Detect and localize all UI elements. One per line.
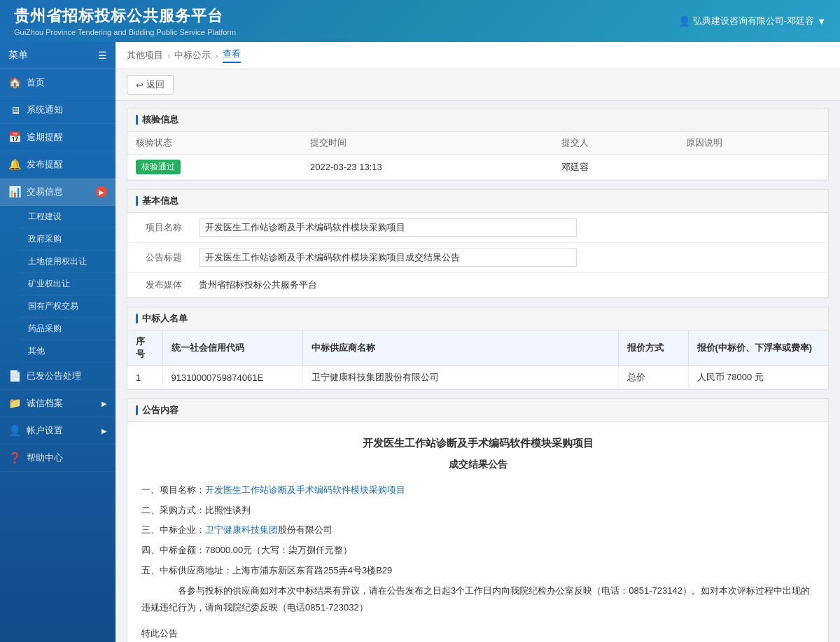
transaction-arrow: ▶: [96, 186, 107, 197]
announce-item-2-value: 比照性谈判: [205, 505, 251, 515]
winner-supplier: 卫宁健康科技集团股份有限公司: [302, 366, 618, 389]
breadcrumb-item-3[interactable]: 查看: [223, 48, 241, 63]
announce-section-body: 开发医生工作站诊断及手术编码软件模块采购项目 成交结果公告 一、项目名称：开发医…: [127, 422, 828, 642]
verify-col-time: 提交时间: [302, 132, 552, 155]
sidebar-item-state-property[interactable]: 国有产权交易: [20, 295, 115, 318]
header-user[interactable]: 👤 弘典建设咨询有限公司-邓廷容 ▼: [678, 15, 826, 27]
announce-item-4: 四、中标金额：78000.00元（大写：柒万捌仟元整）: [141, 542, 814, 559]
calendar-icon: 📅: [8, 131, 21, 144]
basic-section-body: 项目名称 开发医生工作站诊断及手术编码软件模块采购项目 公告标题 开发医生工作站…: [127, 213, 828, 298]
back-button[interactable]: ↩ 返回: [127, 75, 174, 95]
basic-label-title: 公告标题: [127, 243, 190, 273]
header-title-zh: 贵州省招标投标公共服务平台: [14, 6, 236, 27]
announce-section: 公告内容 开发医生工作站诊断及手术编码软件模块采购项目 成交结果公告 一、项目名…: [127, 398, 829, 642]
scroll-area[interactable]: 核验信息 核验状态 提交时间 提交人 原因说明: [115, 101, 840, 642]
breadcrumb-sep-2: ›: [215, 50, 218, 61]
sidebar-item-other[interactable]: 其他: [20, 340, 115, 363]
body-wrap: 菜单 ☰ 🏠 首页 🖥 系统通知 📅 逾期提醒 🔔 发布提醒 📊 交易信息 ▶: [0, 42, 840, 642]
sidebar-item-help-label: 帮助中心: [27, 452, 63, 464]
announce-item-3-value1: 卫宁健康科技集团: [205, 524, 278, 535]
announce-section-header: 公告内容: [127, 399, 828, 422]
winner-table: 序号 统一社会信用代码 中标供应商名称 报价方式 报价(中标价、下浮率或费率) …: [127, 330, 828, 389]
winner-section-header: 中标人名单: [127, 307, 828, 330]
basic-section: 基本信息 项目名称 开发医生工作站诊断及手术编码软件模块采购项目: [127, 189, 829, 298]
winner-credit-code: 91310000759874061E: [162, 366, 302, 389]
sidebar-sub-transaction: 工程建设 政府采购 土地使用权出让 矿业权出让 国有产权交易 药品采购 其他: [0, 206, 115, 363]
sidebar-item-engineering[interactable]: 工程建设: [20, 206, 115, 228]
sidebar-item-other-label: 其他: [28, 345, 45, 357]
verify-col-person: 提交人: [553, 132, 678, 155]
verify-time-cell: 2022-03-23 13:13: [302, 155, 552, 180]
sidebar-item-land-use[interactable]: 土地使用权出让: [20, 251, 115, 273]
home-icon: 🏠: [8, 76, 21, 89]
sidebar-item-help[interactable]: ❓ 帮助中心: [0, 445, 115, 472]
winner-section-title: 中标人名单: [142, 312, 188, 325]
sidebar-item-state-property-label: 国有产权交易: [28, 300, 78, 312]
doc-icon: 📄: [8, 370, 21, 382]
sidebar-item-account-label: 帐户设置: [27, 424, 63, 437]
verify-person-cell: 邓廷容: [553, 155, 678, 180]
announce-content-subtitle: 成交结果公告: [141, 455, 814, 474]
basic-row-title: 公告标题 开发医生工作站诊断及手术编码软件模块采购项目成交结果公告: [127, 243, 828, 273]
winner-section: 中标人名单 序号 统一社会信用代码 中标供应商名称 报价方式 报价(中标价、下浮…: [127, 307, 829, 390]
verify-section-title: 核验信息: [142, 113, 178, 126]
announce-note1: 各参与投标的供应商如对本次中标结果有异议，请在公告发布之日起3个工作日内向我院纪…: [141, 582, 814, 617]
announce-item-4-value: 78000.00元（大写：柒万捌仟元整）: [205, 545, 352, 555]
basic-row-project: 项目名称 开发医生工作站诊断及手术编码软件模块采购项目: [127, 213, 828, 243]
announce-item-3-value2: 股份有限公司: [278, 524, 332, 535]
winner-price-type: 总价: [618, 366, 688, 389]
sidebar-menu-icon[interactable]: ☰: [98, 50, 107, 61]
sidebar-item-drug-purchase[interactable]: 药品采购: [20, 318, 115, 340]
announce-item-1-value: 开发医生工作站诊断及手术编码软件模块采购项目: [205, 484, 405, 495]
sidebar-item-published[interactable]: 📄 已发公告处理: [0, 363, 115, 390]
verify-col-status: 核验状态: [127, 132, 302, 155]
announce-item-5: 五、中标供应商地址：上海市浦东新区东育路255弄4号3楼B29: [141, 562, 814, 580]
basic-value-title: 开发医生工作站诊断及手术编码软件模块采购项目成交结果公告: [190, 243, 828, 273]
sidebar: 菜单 ☰ 🏠 首页 🖥 系统通知 📅 逾期提醒 🔔 发布提醒 📊 交易信息 ▶: [0, 42, 115, 642]
sidebar-item-published-label: 已发公告处理: [27, 370, 81, 382]
header-user-name: 弘典建设咨询有限公司-邓廷容: [693, 15, 814, 27]
sidebar-item-account[interactable]: 👤 帐户设置 ▶: [0, 417, 115, 445]
sidebar-item-gov-purchase[interactable]: 政府采购: [20, 228, 115, 251]
announce-section-title: 公告内容: [142, 404, 178, 417]
sidebar-item-deadline[interactable]: 📅 逾期提醒: [0, 124, 115, 151]
sidebar-item-land-use-label: 土地使用权出让: [28, 256, 87, 267]
winner-price: 人民币 78000 元: [688, 366, 828, 389]
user-icon: 👤: [678, 15, 690, 27]
sidebar-item-transaction-label: 交易信息: [27, 186, 63, 198]
winner-col-code: 统一社会信用代码: [162, 330, 302, 366]
winner-row: 1 91310000759874061E 卫宁健康科技集团股份有限公司 总价 人…: [127, 366, 828, 389]
announce-special: 特此公告: [141, 625, 814, 642]
sidebar-item-mineral-label: 矿业权出让: [28, 278, 70, 290]
sidebar-item-notify[interactable]: 🖥 系统通知: [0, 97, 115, 124]
header: 贵州省招标投标公共服务平台 GuiZhou Province Tendering…: [0, 0, 840, 42]
basic-info-table: 项目名称 开发医生工作站诊断及手术编码软件模块采购项目 公告标题 开发医生工作站…: [127, 213, 828, 298]
bell-icon: 🔔: [8, 158, 21, 171]
breadcrumb-item-1[interactable]: 其他项目: [127, 49, 163, 62]
announce-content-title: 开发医生工作站诊断及手术编码软件模块采购项目: [141, 433, 814, 454]
back-icon: ↩: [136, 80, 144, 90]
sidebar-item-mineral[interactable]: 矿业权出让: [20, 273, 115, 295]
verify-table: 核验状态 提交时间 提交人 原因说明 核验通过 2022: [127, 132, 828, 180]
sidebar-item-credit-label: 诚信档案: [27, 397, 63, 410]
sidebar-item-home[interactable]: 🏠 首页: [0, 69, 115, 97]
toolbar: ↩ 返回: [115, 69, 840, 101]
basic-section-title: 基本信息: [142, 195, 178, 207]
sidebar-item-transaction[interactable]: 📊 交易信息 ▶: [0, 179, 115, 206]
transaction-badge: ▶: [96, 186, 107, 197]
sidebar-item-engineering-label: 工程建设: [28, 211, 62, 223]
credit-arrow: ▶: [102, 400, 107, 407]
announce-item-5-value: 上海市浦东新区东育路255弄4号3楼B29: [232, 565, 392, 575]
basic-label-media: 发布媒体: [127, 273, 190, 298]
announce-item-3-label: 三、中标企业：: [141, 524, 205, 535]
announce-item-2-label: 二、采购方式：: [141, 505, 205, 515]
winner-section-body: 序号 统一社会信用代码 中标供应商名称 报价方式 报价(中标价、下浮率或费率) …: [127, 330, 828, 389]
sidebar-item-publish[interactable]: 🔔 发布提醒: [0, 151, 115, 179]
verify-section: 核验信息 核验状态 提交时间 提交人 原因说明: [127, 108, 829, 181]
basic-section-header: 基本信息: [127, 190, 828, 213]
breadcrumb-item-2[interactable]: 中标公示: [174, 49, 211, 62]
verify-section-header: 核验信息: [127, 109, 828, 132]
announce-item-1-label: 一、项目名称：: [141, 484, 205, 495]
sidebar-item-credit[interactable]: 📁 诚信档案 ▶: [0, 390, 115, 417]
back-label: 返回: [146, 78, 164, 91]
